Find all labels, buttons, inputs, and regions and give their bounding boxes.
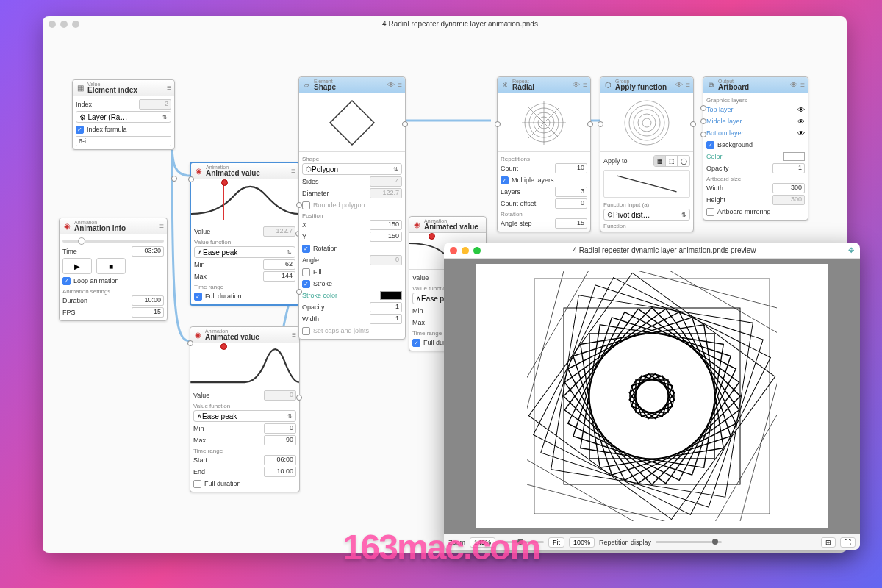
repetition-slider[interactable] [656,541,722,543]
opacity-field[interactable]: 1 [370,302,402,312]
minimize-button[interactable] [60,21,68,28]
end-field[interactable]: 10:00 [264,467,296,477]
middle-layer-port[interactable] [700,118,706,124]
node-header[interactable]: ⧉ OutputArtboard 👁≡ [703,77,808,93]
full-duration-checkbox[interactable]: ✓ [194,293,202,301]
x-field[interactable]: 150 [370,220,402,230]
maximize-button[interactable] [473,247,481,254]
function-input-select[interactable]: ⊙ Pivot dist…⇅ [603,209,690,220]
node-header[interactable]: ◉ AnimationAnimation info ≡ [60,218,167,234]
zoom-value[interactable]: 145% [470,537,495,548]
preview-window[interactable]: 4 Radial repeater dynamic layer animatio… [444,243,860,550]
min-field[interactable]: 0 [264,423,296,434]
bottom-layer-port[interactable] [700,132,706,137]
node-header[interactable]: ◉ AnimationAnimated value ≡ [191,163,298,179]
grip-icon[interactable]: ≡ [291,167,295,175]
diameter-port[interactable] [296,202,302,208]
bg-color-swatch[interactable] [783,152,805,161]
fps-field[interactable]: 15 [132,307,164,318]
node-header[interactable]: ▱ ElementShape 👁≡ [299,77,405,93]
grip-icon[interactable]: ≡ [292,331,296,339]
rounded-checkbox[interactable] [302,201,310,209]
hundred-button[interactable]: 100% [569,537,595,548]
rotation-checkbox[interactable]: ✓ [302,245,310,253]
value-function-select[interactable]: ∧ Ease peak⇅ [194,246,295,258]
index-formula-checkbox[interactable]: ✓ [76,126,84,134]
angle-step-field[interactable]: 15 [555,218,587,229]
node-radial[interactable]: ✳ RepeatRadial 👁≡ Repetitions Count10 ✓M… [497,76,591,232]
min-field[interactable]: 62 [263,259,295,270]
function-curve[interactable] [603,170,690,198]
output-port[interactable] [296,395,302,401]
input-port[interactable] [598,121,603,127]
top-layer-port[interactable] [700,105,706,111]
background-checkbox[interactable]: ✓ [706,141,714,149]
grip-icon[interactable]: ≡ [800,81,805,89]
input-port[interactable] [495,121,501,127]
artboard-width-field[interactable]: 300 [772,183,805,193]
preview-canvas[interactable] [444,259,860,534]
node-header[interactable]: ▦ ValueElement index ≡ [73,80,174,96]
node-artboard[interactable]: ⧉ OutputArtboard 👁≡ Graphics layers Top … [703,76,808,220]
formula-input[interactable] [76,136,171,146]
curve-preview[interactable] [191,179,298,223]
stroke-checkbox[interactable]: ✓ [302,280,310,288]
eye-icon[interactable]: 👁 [797,118,805,126]
output-port[interactable] [402,121,408,127]
loop-checkbox[interactable]: ✓ [62,277,71,285]
grip-icon[interactable]: ≡ [398,81,402,89]
full-duration-checkbox[interactable]: ✓ [412,339,420,347]
eye-icon[interactable]: 👁 [790,81,797,89]
multiple-layers-checkbox[interactable]: ✓ [501,176,509,184]
count-offset-field[interactable]: 0 [555,198,587,209]
node-header[interactable]: ◉ AnimationAnimated value [409,217,486,233]
stop-button[interactable]: ■ [96,258,126,274]
close-button[interactable] [450,247,457,254]
close-button[interactable] [49,21,56,28]
count-field[interactable]: 10 [555,163,587,173]
eye-icon[interactable]: 👁 [573,81,580,89]
output-port[interactable] [171,176,177,182]
zoom-slider[interactable] [500,541,544,543]
stroke-color-swatch[interactable] [380,291,402,300]
node-animation-info[interactable]: ◉ AnimationAnimation info ≡ Time03:20 ▶ … [59,218,168,321]
angle-port[interactable] [296,289,302,295]
move-icon[interactable]: ✥ [848,246,854,254]
node-header[interactable]: ◉ AnimationAnimated value ≡ [190,327,299,343]
node-animated-value-1[interactable]: ◉ AnimationAnimated value ≡ Value122.7 V… [190,162,300,306]
input-port[interactable] [188,176,194,182]
eye-icon[interactable]: 👁 [797,106,805,114]
input-port[interactable] [187,340,193,346]
fill-checkbox[interactable] [302,268,310,276]
node-apply-function[interactable]: ⬡ GroupApply function 👁≡ Apply to▦⬚◯ Fun… [600,76,694,232]
fullscreen-button[interactable]: ⛶ [840,537,856,548]
eye-icon[interactable]: 👁 [797,129,805,137]
apply-to-segmented[interactable]: ▦⬚◯ [653,155,690,167]
eye-icon[interactable]: 👁 [387,81,395,89]
caps-checkbox[interactable] [302,327,310,335]
mirroring-checkbox[interactable] [706,208,714,216]
value-function-select[interactable]: ∧ Ease peak⇅ [193,410,296,422]
grid-toggle[interactable]: ⊞ [821,537,836,548]
layers-field[interactable]: 3 [555,187,587,197]
node-header[interactable]: ⬡ GroupApply function 👁≡ [600,77,693,93]
grip-icon[interactable]: ≡ [167,84,171,92]
grip-icon[interactable]: ≡ [686,81,690,89]
layer-select[interactable]: ⚙ Layer (Ra…⇅ [76,111,171,123]
duration-field[interactable]: 10:00 [132,295,164,306]
minimize-button[interactable] [462,247,469,254]
start-field[interactable]: 06:00 [264,455,296,465]
y-field[interactable]: 150 [370,232,402,242]
output-port[interactable] [690,121,696,127]
play-button[interactable]: ▶ [62,258,92,274]
max-field[interactable]: 90 [264,435,296,445]
time-field[interactable]: 03:20 [132,246,164,257]
eye-icon[interactable]: 👁 [675,81,683,89]
fit-button[interactable]: Fit [548,537,564,548]
output-port[interactable] [587,121,593,127]
max-field[interactable]: 144 [263,271,295,282]
node-shape[interactable]: ▱ ElementShape 👁≡ Shape ⬡ Polygon⇅ Sides… [298,76,406,340]
node-animated-value-2[interactable]: ◉ AnimationAnimated value ≡ Value0 Value… [190,326,300,492]
curve-preview[interactable] [190,343,299,387]
grip-icon[interactable]: ≡ [583,81,587,89]
